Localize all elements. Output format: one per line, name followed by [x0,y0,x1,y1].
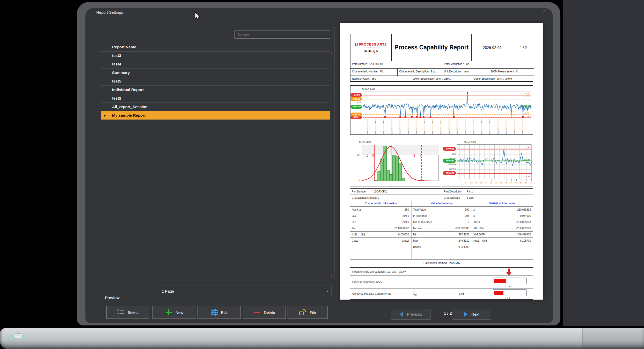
plus-icon [165,309,172,315]
list-item[interactable]: All_report_Session [101,103,330,111]
laptop-screen-right-band [563,0,644,326]
control-chart-x-label: 12 [470,182,473,184]
arrow-down-icon [506,269,511,276]
select-button-label: Select [128,310,138,315]
next-button-label: Next [471,312,479,316]
delete-button[interactable]: Delete [243,306,286,319]
run-chart-x-label: [base] 2024-07-26 09:5 [465,119,466,134]
row-indicator [101,51,109,60]
report-title: Process Capability Report [391,34,471,61]
report-name: test5 [112,79,121,83]
run-chart-x-label: [base] 2024-07-26 09:5 [415,119,417,134]
control-chart-title: M1/Z axis [464,140,476,143]
search-input[interactable] [235,31,330,39]
row-indicator [101,103,109,111]
run-chart: M1/Z axis USL UWL Average LWL LSL -249.9… [350,85,533,135]
run-chart-x-label: [base] 2024-07-26 09:5 [432,119,433,134]
list-item[interactable]: test3 [101,51,330,60]
control-chart-x-label: 44 [510,182,512,184]
run-chart-x-label: [base] 2024-07-26 09:5 [522,119,523,134]
run-chart-x-label: [base] 2024-07-26 09:5 [424,119,425,134]
nominal-value-cell: Nominal Value : -250 [350,76,411,82]
list-item[interactable]: test5 [101,77,330,86]
previous-button-label: Previous [407,312,422,316]
run-chart-x-label: [base] 2024-07-26 09:5 [514,119,515,134]
histogram-title: M1/Z axis [359,140,371,143]
part-number-cell: Part Number : L2OP30P01 [350,61,442,68]
stats-row: |USL - LSL|0.200000Min-250.1150X99.865%-… [350,232,533,238]
dialog-title: Report Settings [96,10,123,14]
statistics-rows: Nominal-250Total Value300x̄-250.028535LS… [350,207,533,250]
control-chart-x-label: 40 [505,182,507,184]
usl-cell: Upper Specification Limit : -249.9 [472,76,534,82]
run-chart-x-label: [base] 2024-07-26 09:5 [505,119,507,134]
run-chart-x-label: [base] 2024-07-26 09:5 [399,119,401,134]
next-button[interactable]: Next [452,309,491,320]
control-chart-x-label: 20 [480,182,482,184]
previous-button[interactable]: Previous [391,309,430,320]
file-button-label: File [310,310,316,315]
report-date: 2026-02-09 [471,34,513,61]
control-chart-x-label: 56 [525,182,527,184]
lsl-cell: Lower Specification Limit : -250.1 [411,76,472,82]
run-chart-x-label: [base] 2024-07-26 09:5 [440,119,442,134]
unit-description-cell: Unit Description : mm [442,68,489,76]
list-item[interactable]: test2 [101,94,330,103]
run-chart-x-label: [base] 2024-07-26 09:5 [367,119,368,134]
preview-page-dropdown[interactable]: 1 Page ▼ [158,286,332,297]
chevron-down-icon[interactable]: ▼ [323,286,332,297]
minus-icon [253,309,261,315]
control-chart-x-label: 16 [475,182,478,184]
laptop-base-endcap [583,328,644,349]
report-settings-dialog: Report Settings ✕ Report Name test3test4… [77,2,560,325]
list-item[interactable]: Summary [101,69,330,77]
characteristic-description-cell: Characteristic Description : Z a... [397,68,442,76]
laptop-latch-slot [13,333,23,338]
report-list-rows: test3test4Summarytest5Individual Reportt… [101,51,330,120]
capability-gauge-1 [493,278,526,284]
sliders-icon [211,309,218,315]
close-icon[interactable]: ✕ [543,9,546,13]
control-chart-x-label: 60 [530,182,532,184]
report-name: All_report_Session [112,105,148,109]
histogram-chart: M1/Z axis 50 0 x̄-3 LSL x̄ x̄+3 USL [350,138,441,187]
select-button[interactable]: ✓ Select [106,306,149,319]
row-indicator [101,77,109,85]
selected-row-marker-icon: ▶ [101,111,109,120]
report-name: test2 [112,96,121,100]
select-checklist-icon: ✓ [117,309,125,315]
measurement-cell: 100% Measurement : 0 [489,68,534,76]
run-chart-x-label: [base] 2024-07-26 09:5 [473,119,474,134]
run-chart-x-label: [base] 2024-07-26 09:5 [456,119,458,134]
report-list-header: Report Name [101,43,330,51]
control-chart-x-label: 8 [465,182,466,184]
report-name: test4 [112,62,121,66]
control-chart-x-label: 36 [500,182,502,184]
list-scrollbar[interactable]: ▲ ▼ [330,52,334,278]
report-page-number: 1 / 2 [513,34,534,61]
lwl-badge: -250.08 [350,113,362,116]
run-chart-x-label: [base] 2024-07-26 09:5 [407,119,409,134]
control-chart-x-label: 28 [490,182,492,184]
export-folder-icon [299,309,306,315]
list-item[interactable]: test4 [101,60,330,69]
edit-button[interactable]: Edit [197,306,241,319]
list-item[interactable]: ▶My sample Report [101,111,330,120]
capability-gauge-2 [493,289,526,296]
report-preview-page: PROCESS ARTZ CO.LTD. iNDEQS Process Capa… [340,23,543,300]
scroll-down-icon[interactable]: ▼ [330,274,334,278]
stats-row: LSL-250.1In Tolerance298s0.034930 [350,213,533,219]
new-button[interactable]: New [152,306,196,319]
dialog-content: Report Settings ✕ Report Name test3test4… [85,8,553,323]
average-badge: -250.029 [350,105,362,109]
calc-method-logo: iNDEQS [449,261,460,264]
report-name: My sample Report [112,113,145,117]
stats-row: Nominal-250Total Value300x̄-250.028535 [350,207,533,213]
file-button[interactable]: File [288,306,328,319]
scroll-up-icon[interactable]: ▲ [330,52,334,55]
delete-button-label: Delete [264,310,275,315]
report-name: Summary [112,70,130,75]
control-chart-plot: USL Average LSL [457,144,531,179]
list-item[interactable]: Individual Report [101,86,330,94]
run-chart-xlabels: [base] 2024-07-26 09:5[base] 2024-07-26 … [350,86,534,135]
